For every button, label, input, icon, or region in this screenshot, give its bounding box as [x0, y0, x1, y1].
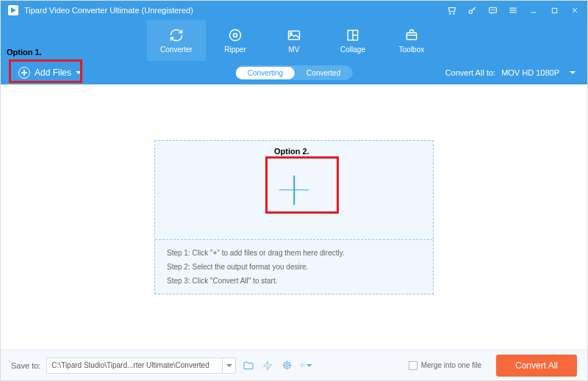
convert-all-to: Convert All to: MOV HD 1080P: [445, 68, 576, 77]
svg-point-3: [469, 10, 472, 12]
plus-circle-icon: [18, 67, 30, 79]
ripper-icon: [228, 28, 243, 43]
tab-label: Ripper: [224, 46, 245, 54]
svg-point-1: [450, 13, 451, 14]
save-path-dropdown[interactable]: [223, 358, 236, 374]
mv-icon: [287, 28, 301, 43]
add-files-label: Add Files: [35, 68, 71, 78]
drop-zone-top[interactable]: [155, 141, 433, 240]
tab-label: Converter: [160, 46, 193, 54]
svg-rect-22: [406, 32, 416, 39]
convert-all-to-label: Convert All to:: [445, 68, 495, 77]
svg-point-5: [491, 10, 492, 10]
add-files-plus-icon[interactable]: [279, 175, 309, 205]
converter-icon: [169, 28, 184, 43]
save-path-value: C:\Tipard Studio\Tipard...rter Ultimate\…: [51, 361, 209, 369]
step-text: Step 2: Select the output format you des…: [167, 263, 421, 271]
tab-label: MV: [289, 46, 300, 54]
settings-icon[interactable]: [299, 359, 312, 372]
svg-marker-24: [264, 361, 272, 370]
tab-converted[interactable]: Converted: [295, 67, 352, 79]
svg-point-2: [453, 13, 454, 14]
gpu-icon[interactable]: [280, 359, 293, 372]
convert-all-label: Convert All: [515, 360, 558, 371]
svg-point-15: [230, 29, 241, 40]
lightning-icon[interactable]: [261, 359, 274, 372]
tab-collage[interactable]: Collage: [323, 20, 382, 61]
svg-point-16: [234, 33, 237, 37]
step-text: Step 1: Click "+" to add files or drag t…: [167, 249, 421, 257]
svg-marker-0: [11, 7, 16, 13]
main-nav: Converter Ripper MV Collage Toolbox: [1, 20, 587, 61]
feedback-icon[interactable]: [487, 5, 498, 15]
collage-icon: [345, 28, 360, 43]
sub-toolbar: Add Files Converting Converted Convert A…: [1, 61, 587, 84]
save-path-input[interactable]: C:\Tipard Studio\Tipard...rter Ultimate\…: [46, 358, 223, 374]
tab-converter[interactable]: Converter: [147, 20, 206, 61]
add-files-button[interactable]: Add Files: [12, 64, 87, 81]
close-icon[interactable]: [570, 5, 580, 15]
checkbox-icon: [409, 361, 417, 370]
drop-zone[interactable]: Step 1: Click "+" to add files or drag t…: [154, 140, 434, 294]
tab-ripper[interactable]: Ripper: [206, 20, 265, 61]
main-area: Step 1: Click "+" to add files or drag t…: [1, 84, 587, 349]
svg-point-31: [301, 365, 303, 366]
step-text: Step 3: Click "Convert All" to start.: [167, 277, 421, 285]
titlebar-actions: [446, 5, 580, 15]
convert-all-button[interactable]: Convert All: [496, 355, 577, 377]
format-value: MOV HD 1080P: [501, 68, 559, 77]
merge-checkbox[interactable]: Merge into one file: [409, 361, 481, 370]
title-bar: Tipard Video Converter Ultimate (Unregis…: [1, 1, 587, 20]
merge-label: Merge into one file: [421, 361, 481, 369]
status-tabs: Converting Converted: [236, 65, 353, 80]
cart-icon[interactable]: [446, 5, 456, 15]
open-folder-icon[interactable]: [242, 359, 255, 372]
tab-converting[interactable]: Converting: [236, 67, 295, 79]
maximize-icon[interactable]: [549, 5, 559, 15]
tab-label: Collage: [340, 46, 365, 54]
svg-point-6: [492, 10, 493, 10]
tab-mv[interactable]: MV: [265, 20, 323, 61]
chevron-down-icon: [76, 71, 82, 74]
toolbox-icon: [404, 28, 419, 43]
chevron-down-icon: [570, 71, 576, 74]
minimize-icon[interactable]: [528, 5, 539, 15]
save-to-label: Save to:: [11, 361, 40, 370]
output-format-select[interactable]: MOV HD 1080P: [501, 68, 576, 77]
key-icon[interactable]: [467, 5, 477, 15]
footer-bar: Save to: C:\Tipard Studio\Tipard...rter …: [1, 349, 587, 380]
tab-label: Toolbox: [399, 46, 424, 54]
app-title: Tipard Video Converter Ultimate (Unregis…: [24, 6, 446, 15]
svg-point-7: [494, 10, 495, 10]
svg-point-26: [285, 364, 288, 367]
menu-icon[interactable]: [508, 5, 518, 15]
svg-rect-25: [284, 363, 290, 369]
drop-zone-instructions: Step 1: Click "+" to add files or drag t…: [155, 240, 433, 294]
tab-toolbox[interactable]: Toolbox: [382, 20, 441, 61]
app-logo: [8, 5, 18, 15]
svg-rect-12: [552, 8, 556, 12]
